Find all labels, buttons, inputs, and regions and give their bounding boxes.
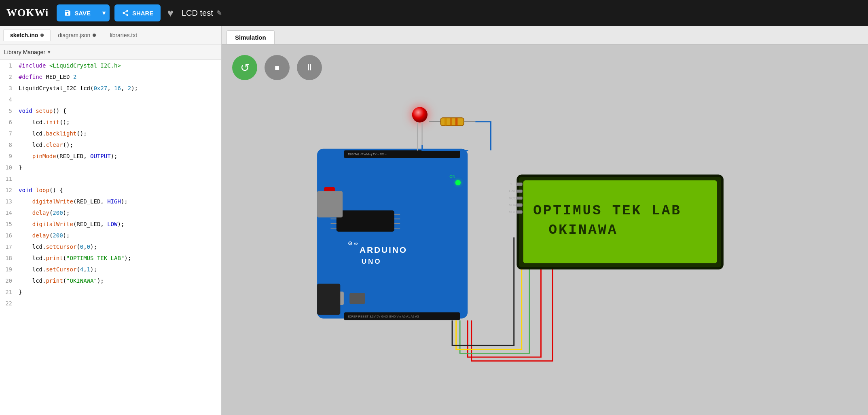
line-number: 15 bbox=[0, 218, 19, 230]
share-label: SHARE bbox=[132, 10, 154, 17]
tab-sketch[interactable]: sketch.ino bbox=[3, 29, 51, 41]
tab-diagram-modified-dot bbox=[93, 34, 96, 37]
code-line: 5 void setup() { bbox=[0, 105, 221, 116]
ic-chip bbox=[337, 210, 394, 231]
line-content: LiquidCrystal_I2C lcd(0x27, 16, 2); bbox=[19, 83, 221, 94]
line-number: 16 bbox=[0, 230, 19, 241]
lcd-screen bbox=[523, 180, 717, 263]
library-dropdown-icon[interactable]: ▾ bbox=[48, 49, 51, 55]
lcd-pin-label-gnd: GND bbox=[509, 189, 517, 193]
wire-blue-led-to-board bbox=[422, 145, 468, 150]
line-number: 5 bbox=[0, 105, 19, 116]
share-icon bbox=[122, 9, 129, 17]
code-line: 17 lcd.setCursor(0,0); bbox=[0, 241, 221, 252]
logo: WOKWi bbox=[6, 7, 49, 19]
code-line: 4 bbox=[0, 94, 221, 105]
editor-panel: sketch.ino diagram.json libraries.txt Li… bbox=[0, 26, 222, 415]
line-number: 3 bbox=[0, 83, 19, 94]
board-component-left bbox=[317, 191, 343, 218]
code-line: 18 lcd.print("OPTIMUS TEK LAB"); bbox=[0, 252, 221, 264]
save-button-group[interactable]: SAVE ▾ bbox=[57, 4, 110, 21]
tab-sketch-label: sketch.ino bbox=[10, 32, 38, 38]
rename-icon[interactable]: ✎ bbox=[216, 9, 222, 17]
lcd-line1-text: OPTIMUS TEK LAB bbox=[533, 203, 681, 218]
code-line: 11 bbox=[0, 173, 221, 184]
lcd-outer bbox=[518, 176, 722, 268]
line-number: 21 bbox=[0, 286, 19, 298]
library-manager-bar[interactable]: Library Manager ▾ bbox=[0, 44, 221, 60]
pin-header-analog bbox=[344, 312, 460, 320]
line-number: 12 bbox=[0, 184, 19, 196]
power-port bbox=[349, 293, 365, 304]
tab-diagram-label: diagram.json bbox=[58, 32, 90, 38]
share-button[interactable]: SHARE bbox=[114, 4, 161, 21]
resistor-body bbox=[440, 118, 464, 125]
code-line: 3 LiquidCrystal_I2C lcd(0x27, 16, 2); bbox=[0, 83, 221, 94]
tab-libraries[interactable]: libraries.txt bbox=[103, 30, 144, 41]
line-content: lcd.setCursor(0,0); bbox=[19, 241, 221, 252]
wire-green bbox=[460, 237, 529, 353]
line-number: 17 bbox=[0, 241, 19, 252]
line-content: void setup() { bbox=[19, 105, 221, 116]
pause-button[interactable]: ⏸ bbox=[297, 55, 322, 80]
line-content: digitalWrite(RED_LED, HIGH); bbox=[19, 196, 221, 207]
line-content: lcd.print("OPTIMUS TEK LAB"); bbox=[19, 252, 221, 264]
stop-button[interactable]: ■ bbox=[265, 55, 290, 80]
line-number: 18 bbox=[0, 252, 19, 264]
restart-button[interactable]: ↺ bbox=[232, 55, 257, 80]
line-number: 2 bbox=[0, 71, 19, 83]
wire-black bbox=[452, 237, 514, 345]
tab-diagram[interactable]: diagram.json bbox=[51, 30, 102, 41]
main-layout: sketch.ino diagram.json libraries.txt Li… bbox=[0, 26, 868, 415]
line-number: 1 bbox=[0, 60, 19, 71]
code-line: 22 bbox=[0, 298, 221, 309]
wire-blue-resistor-to-board bbox=[475, 122, 491, 150]
code-line: 7 lcd.backlight(); bbox=[0, 128, 221, 139]
line-number: 9 bbox=[0, 150, 19, 162]
save-main-button[interactable]: SAVE bbox=[57, 4, 98, 21]
line-content: delay(200); bbox=[19, 207, 221, 218]
code-line: 16 delay(200); bbox=[0, 230, 221, 241]
tab-libraries-label: libraries.txt bbox=[110, 32, 137, 38]
line-number: 4 bbox=[0, 94, 19, 105]
pin-header-digital bbox=[344, 150, 460, 158]
line-number: 6 bbox=[0, 116, 19, 128]
sim-controls: ↺ ■ ⏸ bbox=[232, 55, 322, 80]
line-content: #define RED_LED 2 bbox=[19, 71, 221, 83]
code-line: 2 #define RED_LED 2 bbox=[0, 71, 221, 83]
code-line: 8 lcd.clear(); bbox=[0, 139, 221, 150]
line-content: lcd.backlight(); bbox=[19, 128, 221, 139]
line-content: pinMode(RED_LED, OUTPUT); bbox=[19, 150, 221, 162]
analog-label: IOREF RESET 3.3V 5V GND GND Vin A0 A1 A2… bbox=[348, 315, 419, 318]
lcd-pin-sda bbox=[516, 203, 522, 207]
board-green-led bbox=[455, 180, 461, 185]
code-line: 15 digitalWrite(RED_LED, LOW); bbox=[0, 218, 221, 230]
resistor-stripe-1 bbox=[445, 118, 447, 125]
project-title-area: LCD test ✎ bbox=[182, 8, 222, 18]
line-content: lcd.print("OKINAWA"); bbox=[19, 275, 221, 286]
line-number: 13 bbox=[0, 196, 19, 207]
code-line: 13 digitalWrite(RED_LED, HIGH); bbox=[0, 196, 221, 207]
save-label: SAVE bbox=[74, 10, 91, 17]
line-content: digitalWrite(RED_LED, LOW); bbox=[19, 218, 221, 230]
code-editor[interactable]: 1 #include <LiquidCrystal_I2C.h> 2 #defi… bbox=[0, 60, 221, 415]
led-body bbox=[412, 107, 428, 123]
simulation-canvas: ↺ ■ ⏸ ⊙ ∞ ARDUINO UNO DIG bbox=[222, 44, 868, 415]
board-logo-text: ⊙ ∞ bbox=[348, 240, 358, 246]
library-manager-label: Library Manager bbox=[4, 49, 45, 55]
tab-simulation[interactable]: Simulation bbox=[227, 30, 275, 44]
save-icon bbox=[64, 9, 71, 17]
code-line: 1 #include <LiquidCrystal_I2C.h> bbox=[0, 60, 221, 71]
code-line: 6 lcd.init(); bbox=[0, 116, 221, 128]
resistor-stripe-2 bbox=[450, 118, 452, 125]
lcd-pin-label-sda: SDA bbox=[509, 203, 516, 207]
line-number: 11 bbox=[0, 173, 19, 184]
pin-header-label: DIGITAL (PWM~) TX→RX← bbox=[348, 152, 387, 156]
line-content: void loop() { bbox=[19, 184, 221, 196]
pause-icon: ⏸ bbox=[305, 62, 314, 73]
board-component-bottom bbox=[317, 284, 340, 315]
line-content: lcd.setCursor(4,1); bbox=[19, 264, 221, 275]
save-dropdown-arrow[interactable]: ▾ bbox=[98, 4, 110, 21]
heart-button[interactable]: ♥ bbox=[167, 7, 173, 19]
line-number: 22 bbox=[0, 298, 19, 309]
